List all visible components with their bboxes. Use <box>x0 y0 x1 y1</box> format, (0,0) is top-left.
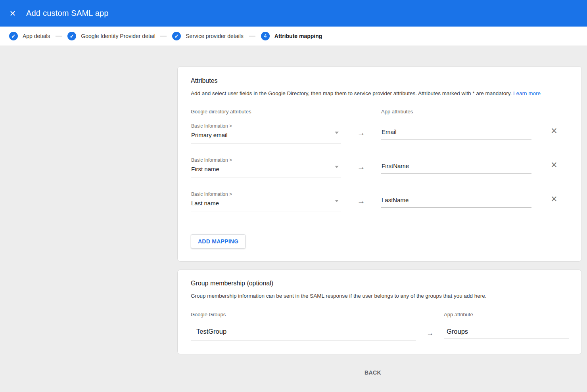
mapping-arrow-icon: → <box>426 322 434 337</box>
main-content: Attributes Add and select user fields in… <box>0 46 587 380</box>
app-attribute-input[interactable] <box>381 128 531 140</box>
check-icon: ✓ <box>172 32 181 40</box>
delete-mapping-icon[interactable]: × <box>540 123 568 136</box>
app-header: ✕ Add custom SAML app <box>0 0 587 27</box>
column-header-google-groups: Google Groups <box>191 312 416 317</box>
group-column-headers: Google Groups App attribute <box>191 312 568 317</box>
column-header-app-attributes: App attributes <box>381 109 531 115</box>
mapping-row: Basic Information > Last name → × <box>191 191 568 212</box>
step-separator <box>160 36 167 36</box>
wizard-stepper: ✓ App details ✓ Google Identity Provider… <box>0 27 587 46</box>
mapping-arrow-icon: → <box>357 191 365 205</box>
attribute-category: Basic Information > <box>191 123 341 129</box>
step-number: 4 <box>261 32 270 40</box>
dropdown-caret-icon <box>335 200 339 202</box>
mapping-row: Basic Information > First name → × <box>191 157 568 178</box>
google-attribute-value: Primary email <box>191 132 341 138</box>
learn-more-link[interactable]: Learn more <box>513 90 541 96</box>
google-attribute-value: First name <box>191 166 341 172</box>
app-attribute-groups-input[interactable] <box>444 322 569 338</box>
add-mapping-button[interactable]: ADD MAPPING <box>191 234 246 249</box>
attribute-category: Basic Information > <box>191 191 341 197</box>
google-attribute-select[interactable]: Basic Information > Last name <box>191 191 341 212</box>
google-groups-input[interactable] <box>191 322 416 340</box>
step-label: App details <box>23 33 50 39</box>
google-attribute-select[interactable]: Basic Information > First name <box>191 157 341 178</box>
group-mapping-row: → <box>191 322 568 340</box>
google-attribute-value: Last name <box>191 200 341 207</box>
step-label: Google Identity Provider details <box>81 33 155 39</box>
group-membership-title: Group membership (optional) <box>191 280 568 287</box>
step-app-details[interactable]: ✓ App details <box>9 32 50 40</box>
delete-mapping-icon[interactable]: × <box>540 191 568 205</box>
google-attribute-select[interactable]: Basic Information > Primary email <box>191 123 341 144</box>
step-separator <box>56 36 62 36</box>
attributes-card-description: Add and select user fields in the Google… <box>191 90 568 97</box>
step-separator <box>249 36 255 36</box>
check-icon: ✓ <box>9 32 18 40</box>
check-icon: ✓ <box>67 32 76 40</box>
step-google-identity-provider-details[interactable]: ✓ Google Identity Provider details <box>67 32 155 40</box>
mapping-arrow-icon: → <box>357 123 365 137</box>
dropdown-caret-icon <box>335 132 339 134</box>
app-attribute-input[interactable] <box>381 163 531 174</box>
step-attribute-mapping[interactable]: 4 Attribute mapping <box>261 32 322 40</box>
attributes-card-title: Attributes <box>191 77 568 84</box>
page-title: Add custom SAML app <box>26 9 109 18</box>
attribute-category: Basic Information > <box>191 157 341 163</box>
group-membership-card: Group membership (optional) Group member… <box>177 270 582 354</box>
step-label: Attribute mapping <box>274 33 322 39</box>
delete-mapping-icon[interactable]: × <box>540 157 568 170</box>
step-label: Service provider details <box>186 33 244 39</box>
column-header-google-directory-attributes: Google directory attributes <box>191 109 341 115</box>
close-icon[interactable]: ✕ <box>9 10 17 17</box>
mapping-row: Basic Information > Primary email → × <box>191 123 568 144</box>
mapping-arrow-icon: → <box>357 157 365 171</box>
dropdown-caret-icon <box>335 166 339 168</box>
description-text: Add and select user fields in the Google… <box>191 90 512 96</box>
app-attribute-input[interactable] <box>381 197 531 208</box>
column-header-app-attribute: App attribute <box>444 312 569 317</box>
back-button[interactable]: BACK <box>361 365 384 380</box>
wizard-footer: BACK CANCEL FINISH <box>355 365 587 380</box>
attributes-card: Attributes Add and select user fields in… <box>177 66 582 262</box>
column-headers: Google directory attributes App attribut… <box>191 109 568 115</box>
step-service-provider-details[interactable]: ✓ Service provider details <box>172 32 244 40</box>
group-membership-description: Group membership information can be sent… <box>191 293 568 300</box>
